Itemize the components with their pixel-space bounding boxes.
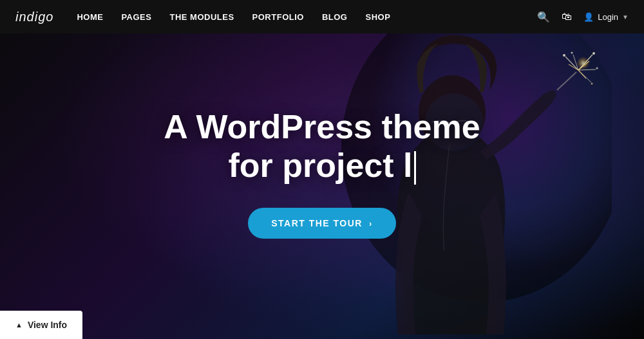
tour-btn-label: START THE TOUR <box>271 218 363 228</box>
chevron-down-icon: ▼ <box>622 14 629 21</box>
site-logo[interactable]: indigo <box>15 10 53 24</box>
hero-section: A WordPress theme for project l START TH… <box>0 0 644 339</box>
chevron-right-icon: › <box>369 219 373 228</box>
text-cursor <box>414 151 416 185</box>
nav-item-shop[interactable]: SHOP <box>365 12 390 22</box>
nav-item-blog[interactable]: BLOG <box>322 12 348 22</box>
user-icon: 👤 <box>583 12 594 22</box>
start-tour-button[interactable]: START THE TOUR › <box>248 208 396 239</box>
navbar-actions: 🔍 🛍 👤 Login ▼ <box>537 11 629 23</box>
hero-content: A WordPress theme for project l START TH… <box>0 33 644 339</box>
nav-item-modules[interactable]: THE MODULES <box>169 12 234 22</box>
search-icon[interactable]: 🔍 <box>537 11 550 23</box>
hero-title-line2: for project l <box>228 147 412 184</box>
cart-icon[interactable]: 🛍 <box>562 11 572 23</box>
view-info-label: View Info <box>28 320 67 330</box>
nav-item-portfolio[interactable]: PORTFOLIO <box>252 12 304 22</box>
login-button[interactable]: 👤 Login ▼ <box>583 12 629 22</box>
navbar: indigo HOME PAGES THE MODULES PORTFOLIO … <box>0 0 644 33</box>
view-info-button[interactable]: ▲ View Info <box>0 311 82 339</box>
hero-title: A WordPress theme for project l <box>164 108 480 185</box>
chevron-up-icon: ▲ <box>15 321 23 329</box>
nav-item-pages[interactable]: PAGES <box>121 12 151 22</box>
login-label: Login <box>598 12 618 22</box>
nav-item-home[interactable]: HOME <box>77 12 103 22</box>
main-nav: HOME PAGES THE MODULES PORTFOLIO BLOG SH… <box>77 12 537 22</box>
hero-title-line1: A WordPress theme <box>164 108 480 145</box>
